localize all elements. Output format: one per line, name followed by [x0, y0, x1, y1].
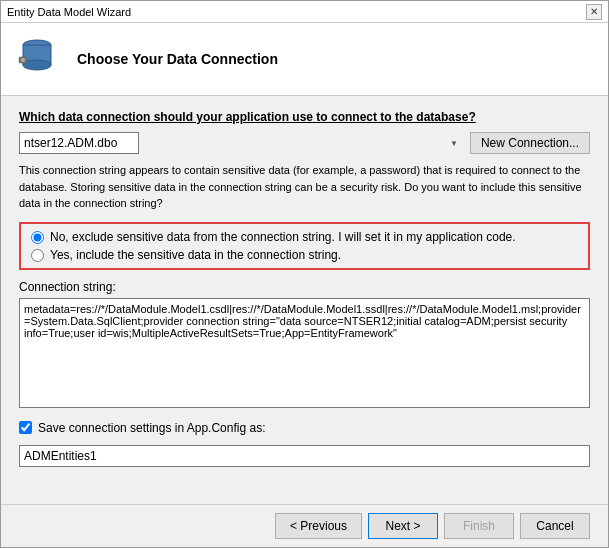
database-icon [17, 35, 65, 83]
description-text: This connection string appears to contai… [19, 162, 590, 212]
dialog-window: Entity Data Model Wizard ✕ Choose Your D… [0, 0, 609, 548]
header-title: Choose Your Data Connection [77, 51, 278, 67]
dropdown-row: ntser12.ADM.dbo ▼ New Connection... [19, 132, 590, 154]
question-label: Which data connection should your applic… [19, 110, 590, 124]
save-row: Save connection settings in App.Config a… [19, 421, 590, 435]
connection-dropdown[interactable]: ntser12.ADM.dbo [19, 132, 139, 154]
next-button[interactable]: Next > [368, 513, 438, 539]
title-bar-buttons: ✕ [586, 4, 602, 20]
sensitive-data-box: No, exclude sensitive data from the conn… [19, 222, 590, 270]
previous-button[interactable]: < Previous [275, 513, 362, 539]
footer: < Previous Next > Finish Cancel [1, 504, 608, 547]
title-bar: Entity Data Model Wizard ✕ [1, 1, 608, 23]
svg-point-4 [21, 58, 25, 62]
radio-no-label: No, exclude sensitive data from the conn… [50, 230, 516, 244]
radio-option-yes[interactable]: Yes, include the sensitive data in the c… [31, 248, 578, 262]
new-connection-button[interactable]: New Connection... [470, 132, 590, 154]
save-name-input[interactable] [19, 445, 590, 467]
dropdown-wrapper: ntser12.ADM.dbo ▼ [19, 132, 462, 154]
header-section: Choose Your Data Connection [1, 23, 608, 96]
save-checkbox-label: Save connection settings in App.Config a… [38, 421, 265, 435]
finish-button[interactable]: Finish [444, 513, 514, 539]
radio-yes-label: Yes, include the sensitive data in the c… [50, 248, 341, 262]
save-checkbox[interactable] [19, 421, 32, 434]
title-bar-text: Entity Data Model Wizard [7, 6, 131, 18]
radio-option-no[interactable]: No, exclude sensitive data from the conn… [31, 230, 578, 244]
cancel-button[interactable]: Cancel [520, 513, 590, 539]
close-button[interactable]: ✕ [586, 4, 602, 20]
content-area: Which data connection should your applic… [1, 96, 608, 504]
radio-no-input[interactable] [31, 231, 44, 244]
connection-string-textarea[interactable]: metadata=res://*/DataModule.Model1.csdl|… [19, 298, 590, 408]
dropdown-arrow-icon: ▼ [450, 139, 458, 148]
radio-yes-input[interactable] [31, 249, 44, 262]
connection-string-label: Connection string: [19, 280, 590, 294]
